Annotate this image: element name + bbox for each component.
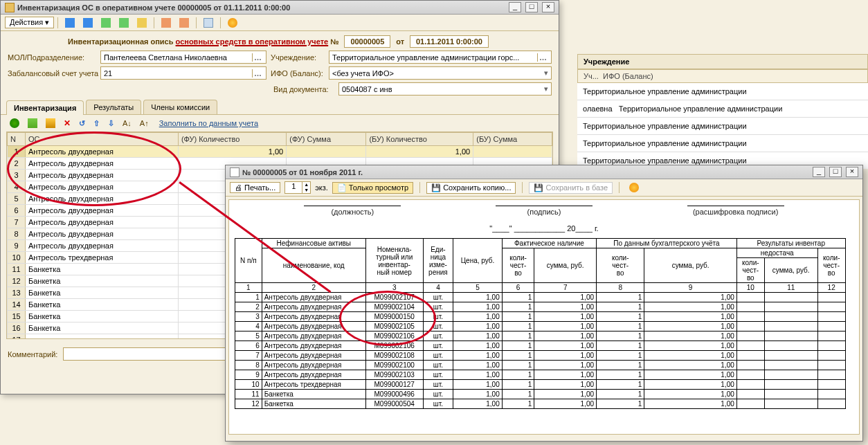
doc-title: Инвентаризационная опись основных средст…: [8, 35, 552, 48]
uch-field[interactable]: Территориальное управление администрации…: [329, 51, 552, 64]
sort-desc-icon[interactable]: A↑: [136, 117, 152, 129]
report-row: 10Антресоль трехдвернаяМ099000127шт.1,00…: [235, 380, 846, 390]
col-header[interactable]: (ФУ) Сумма: [287, 133, 366, 146]
report-table: N п/пНефинансовые активыНоменкла- турный…: [235, 238, 846, 409]
preview-body[interactable]: (должность) (подпись) (расшифровка подпи…: [228, 199, 860, 435]
report-row: 8Антресоль двухдвернаяМ099002100шт.1,001…: [235, 361, 846, 370]
help-icon[interactable]: [224, 17, 241, 29]
report-row: 7Антресоль двухдвернаяМ099002108шт.1,001…: [235, 351, 846, 361]
copy-icon[interactable]: [24, 117, 41, 129]
actions-menu[interactable]: Действия ▾: [5, 17, 54, 28]
ellipsis-icon[interactable]: …: [252, 69, 263, 78]
close-button[interactable]: ×: [846, 167, 858, 177]
doc-number[interactable]: 00000005: [344, 35, 390, 48]
bg-header: Учреждение: [577, 54, 868, 69]
close-button[interactable]: ×: [542, 2, 554, 12]
sig-position: (должность): [304, 206, 401, 216]
print-button[interactable]: 🖨 Печать...: [230, 182, 280, 193]
table-row[interactable]: 1Антресоль двухдверная1,001,00: [8, 146, 552, 158]
vid-field[interactable]: 0504087 с инв▾: [338, 82, 552, 96]
view-only-toggle[interactable]: 📄 Только просмотр: [332, 182, 413, 194]
delete-icon[interactable]: ✕: [60, 117, 74, 129]
print-preview-window: № 00000005 от 01 ноября 2011 г. _ □ × 🖨 …: [225, 165, 863, 442]
comment-label: Комментарий:: [8, 350, 57, 358]
window-title: № 00000005 от 01 ноября 2011 г.: [242, 168, 808, 176]
window-title: Инвентаризация ОС в оперативном учете 00…: [17, 3, 505, 12]
maximize-button[interactable]: □: [829, 167, 842, 177]
dropdown-icon[interactable]: ▾: [544, 84, 548, 93]
minimize-button[interactable]: _: [813, 167, 825, 177]
tb-icon-5[interactable]: [134, 17, 150, 29]
titlebar[interactable]: Инвентаризация ОС в оперативном учете 00…: [1, 1, 559, 15]
report-row: 5Антресоль двухдвернаяМ099002106шт.1,001…: [235, 332, 846, 341]
tb-icon-7[interactable]: [176, 17, 192, 29]
tb-icon-1[interactable]: [62, 17, 78, 29]
copies-label: экз.: [315, 183, 328, 192]
signature-row: (должность) (подпись) (расшифровка подпи…: [229, 200, 859, 221]
tab-results[interactable]: Результаты: [86, 100, 141, 114]
app-icon: [5, 3, 15, 12]
zab-field[interactable]: 21…: [100, 66, 266, 80]
report-row: 2Антресоль двухдвернаяМ099002104шт.1,001…: [235, 302, 846, 312]
save-db-button[interactable]: 💾 Сохранить в базе: [529, 182, 613, 194]
bg-row: Территориальное управление администрации: [577, 135, 868, 152]
titlebar[interactable]: № 00000005 от 01 ноября 2011 г. _ □ ×: [226, 165, 862, 179]
background-panel: Учреждение Уч... ИФО (Баланс) Территориа…: [577, 21, 868, 169]
report-row: 1Антресоль двухдвернаяМ099002107шт.1,001…: [235, 293, 846, 302]
up-icon[interactable]: ⇧: [90, 117, 103, 129]
down-icon[interactable]: ⇩: [105, 117, 118, 129]
fill-by-accounting-link[interactable]: Заполнить по данным учета: [159, 119, 258, 127]
sig-signature: (подпись): [496, 206, 593, 216]
tab-commission[interactable]: Члены комиссии: [143, 100, 217, 114]
uch-label: Учреждение:: [271, 53, 325, 62]
ifo-label: ИФО (Баланс):: [271, 69, 325, 78]
edit-icon[interactable]: [42, 117, 59, 129]
col-header[interactable]: (БУ) Количество: [366, 133, 473, 146]
col-header[interactable]: N: [8, 133, 26, 146]
tb-icon-6[interactable]: [158, 17, 174, 29]
doc-date[interactable]: 01.11.2011 0:00:00: [410, 35, 489, 48]
sig-name: (расшифровка подписи): [687, 206, 784, 216]
ifo-field[interactable]: <без учета ИФО>▾: [329, 66, 552, 80]
bg-row: Территориальное управление администрации: [577, 118, 868, 135]
bg-subheader: Уч... ИФО (Баланс): [577, 69, 868, 83]
col-header[interactable]: (ФУ) Количество: [178, 133, 286, 146]
toolbar: Действия ▾: [1, 15, 559, 31]
preview-toolbar: 🖨 Печать... 1▲▼ экз. 📄 Только просмотр 💾…: [226, 179, 862, 197]
report-row: 3Антресоль двухдвернаяМ099000150шт.1,001…: [235, 312, 846, 322]
col-header[interactable]: ОС: [26, 133, 179, 146]
add-icon[interactable]: [6, 117, 23, 129]
tabs: Инвентаризация Результаты Члены комиссии: [1, 100, 559, 115]
zab-label: Забалансовый счет учета ОС:: [8, 69, 96, 78]
doc-icon: [230, 167, 239, 177]
sort-asc-icon[interactable]: A↓: [119, 117, 135, 129]
report-row: 12БанкеткаМ099000504шт.1,0011,0011,00: [235, 399, 846, 409]
report-row: 6Антресоль двухдвернаяМ099002106шт.1,001…: [235, 341, 846, 351]
mol-field[interactable]: Пантелеева Светлана Николаевна…: [100, 51, 266, 64]
minimize-button[interactable]: _: [509, 2, 521, 12]
dropdown-icon[interactable]: ▾: [544, 69, 548, 78]
save-copy-button[interactable]: 💾 Сохранить копию...: [426, 182, 516, 194]
maximize-button[interactable]: □: [525, 2, 538, 12]
refresh-icon[interactable]: ↺: [75, 117, 89, 129]
col-header[interactable]: (БУ) Сумма: [473, 133, 552, 146]
bg-row: олаевна Территориальное управление админ…: [577, 100, 868, 118]
date-line: "____" ____________ 20____ г.: [229, 221, 859, 238]
ellipsis-icon[interactable]: …: [252, 53, 263, 62]
tb-icon-8[interactable]: [200, 17, 217, 29]
vid-label: Вид документа:: [273, 85, 334, 93]
tab-inventory[interactable]: Инвентаризация: [6, 100, 84, 115]
report-row: 4Антресоль двухдвернаяМ099002105шт.1,001…: [235, 322, 846, 332]
bg-row: Территориальное управление администрации: [577, 83, 868, 100]
help-icon[interactable]: [626, 181, 642, 194]
report-row: 11БанкеткаМ099000496шт.1,0011,0011,00: [235, 390, 846, 399]
report-row: 9Антресоль двухдвернаяМ099002103шт.1,001…: [235, 370, 846, 380]
tb-icon-3[interactable]: [98, 17, 114, 29]
tb-icon-4[interactable]: [116, 17, 132, 29]
grid-toolbar: ✕ ↺ ⇧ ⇩ A↓ A↑ Заполнить по данным учета: [1, 115, 559, 131]
doc-header: Инвентаризационная опись основных средст…: [1, 31, 559, 49]
ellipsis-icon[interactable]: …: [537, 53, 548, 62]
copies-spinner[interactable]: 1▲▼: [284, 181, 311, 194]
tb-icon-2[interactable]: [80, 17, 96, 29]
mol-label: МОЛ/Подразделение:: [8, 53, 96, 62]
